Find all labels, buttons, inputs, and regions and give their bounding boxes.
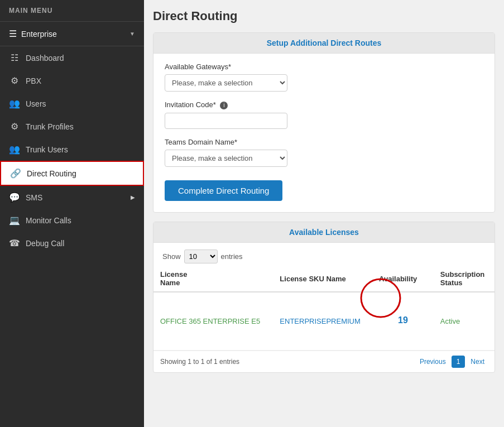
- phone-icon: ☎: [9, 238, 20, 248]
- sidebar-item-pbx[interactable]: ⚙ PBX: [0, 69, 144, 92]
- sidebar-item-trunk-users[interactable]: 👥 Trunk Users: [0, 138, 144, 161]
- complete-direct-routing-button[interactable]: Complete Direct Routing: [165, 180, 282, 201]
- page-title: Direct Routing: [153, 9, 495, 23]
- invitation-group: Invitation Code* i: [165, 100, 483, 129]
- hamburger-icon: ☰: [9, 28, 17, 39]
- entries-label: entries: [221, 252, 243, 261]
- sidebar-item-label: PBX: [26, 76, 41, 85]
- sidebar-item-label: Dashboard: [26, 54, 64, 63]
- setup-card: Setup Additional Direct Routes Available…: [153, 32, 495, 213]
- setup-card-body: Available Gateways* Please, make a selec…: [153, 54, 495, 212]
- previous-button[interactable]: Previous: [416, 356, 449, 367]
- col-subscription-status: SubscriptionStatus: [434, 266, 495, 292]
- users-icon: 👥: [9, 144, 20, 155]
- gateways-select[interactable]: Please, make a selection: [165, 74, 287, 92]
- sms-icon: 💬: [9, 192, 20, 203]
- sidebar-item-label: SMS: [26, 193, 42, 202]
- sidebar-header: MAIN MENU: [0, 0, 144, 22]
- next-button[interactable]: Next: [467, 356, 488, 367]
- col-sku-name: License SKU Name: [273, 266, 372, 292]
- table-footer: Showing 1 to 1 of 1 entries Previous 1 N…: [153, 351, 495, 372]
- sidebar-enterprise[interactable]: ☰ Enterprise ▼: [0, 22, 144, 46]
- sidebar-item-label: Trunk Users: [26, 145, 68, 154]
- gear-icon: ⚙: [9, 121, 20, 132]
- sidebar-item-label: Direct Routing: [27, 169, 76, 178]
- teams-domain-select[interactable]: Please, make a selection: [165, 150, 287, 167]
- teams-domain-group: Teams Domain Name* Please, make a select…: [165, 138, 483, 167]
- licenses-card: Available Licenses Show 10 25 50 entries…: [153, 222, 495, 373]
- enterprise-label: Enterprise: [21, 30, 57, 39]
- showing-text: Showing 1 to 1 of 1 entries: [160, 358, 239, 366]
- sidebar-item-label: Debug Call: [26, 239, 64, 248]
- monitor-icon: 💻: [9, 215, 20, 226]
- sidebar-item-debug-call[interactable]: ☎ Debug Call: [0, 232, 144, 255]
- teams-domain-label: Teams Domain Name*: [165, 138, 483, 146]
- pagination: Previous 1 Next: [416, 356, 488, 368]
- sku-name-cell: ENTERPRISEPREMIUM: [273, 292, 372, 351]
- license-name-cell: OFFICE 365 ENTERPRISE E5: [153, 292, 273, 351]
- page-1-button[interactable]: 1: [452, 356, 465, 368]
- licenses-section-header: Available Licenses: [153, 222, 495, 243]
- show-label: Show: [162, 252, 181, 261]
- sidebar-item-sms[interactable]: 💬 SMS ▶: [0, 186, 144, 209]
- col-license-name: LicenseName: [153, 266, 273, 292]
- setup-section-header: Setup Additional Direct Routes: [153, 33, 495, 54]
- gateways-label: Available Gateways*: [165, 63, 483, 71]
- availability-cell: 19: [372, 292, 434, 351]
- entries-per-page-select[interactable]: 10 25 50: [184, 250, 218, 263]
- sidebar-item-label: Trunk Profiles: [26, 122, 74, 131]
- chevron-right-icon: ▶: [131, 194, 135, 200]
- table-row: OFFICE 365 ENTERPRISE E5 ENTERPRISEPREMI…: [153, 292, 495, 351]
- sidebar-item-label: Monitor Calls: [26, 216, 71, 225]
- dashboard-icon: ☷: [9, 52, 20, 63]
- table-controls: Show 10 25 50 entries: [153, 243, 495, 266]
- main-content: Direct Routing Setup Additional Direct R…: [144, 0, 504, 427]
- chevron-down-icon: ▼: [129, 31, 135, 37]
- sidebar-item-direct-routing[interactable]: 🔗 Direct Routing: [0, 161, 144, 186]
- gear-icon: ⚙: [9, 75, 20, 86]
- col-availability: Availability: [372, 266, 434, 292]
- sidebar-item-users[interactable]: 👥 Users: [0, 92, 144, 115]
- status-cell: Active: [434, 292, 495, 351]
- link-icon: 🔗: [10, 168, 21, 179]
- gateways-group: Available Gateways* Please, make a selec…: [165, 63, 483, 92]
- users-icon: 👥: [9, 98, 20, 109]
- info-icon[interactable]: i: [220, 102, 228, 109]
- sidebar-item-trunk-profiles[interactable]: ⚙ Trunk Profiles: [0, 115, 144, 138]
- invitation-input[interactable]: [165, 113, 287, 129]
- sidebar: MAIN MENU ☰ Enterprise ▼ ☷ Dashboard ⚙ P…: [0, 0, 144, 427]
- sidebar-item-dashboard[interactable]: ☷ Dashboard: [0, 46, 144, 69]
- availability-value: 19: [398, 315, 408, 325]
- licenses-table: LicenseName License SKU Name Availabilit…: [153, 266, 495, 351]
- sidebar-item-monitor-calls[interactable]: 💻 Monitor Calls: [0, 209, 144, 232]
- sidebar-item-label: Users: [26, 99, 46, 108]
- invitation-label: Invitation Code* i: [165, 100, 483, 109]
